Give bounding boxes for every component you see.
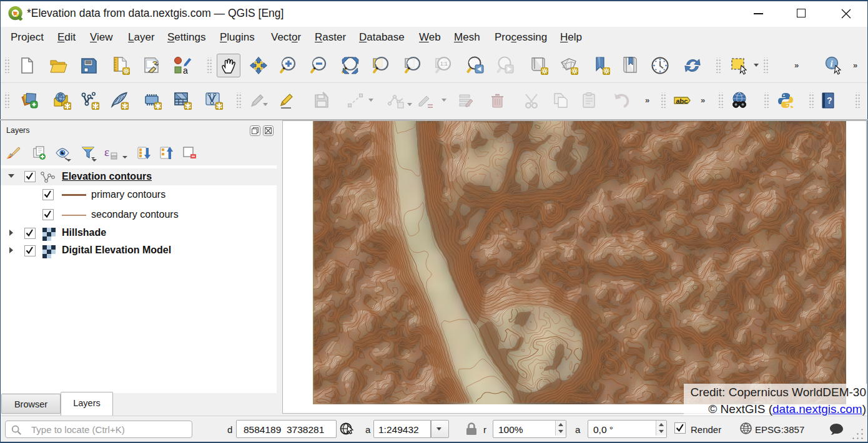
svg-text:a: a [183, 66, 188, 75]
svg-text:ε: ε [104, 145, 109, 158]
svg-text:1:1: 1:1 [440, 61, 448, 67]
svg-text:abc: abc [676, 97, 688, 105]
svg-text:?: ? [827, 95, 832, 105]
